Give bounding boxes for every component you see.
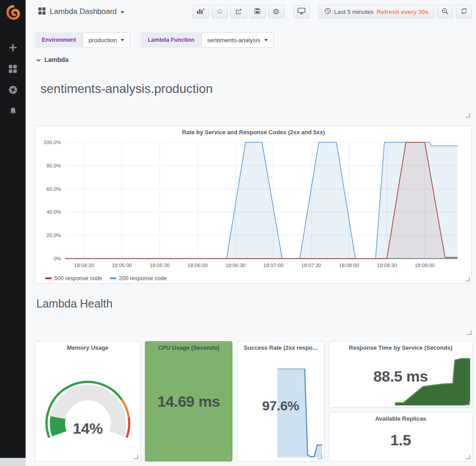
response-time-value: 88.5 ms (329, 368, 472, 385)
panel-title[interactable]: Success Rate (2xx respo... (237, 342, 324, 354)
share-icon (235, 8, 242, 16)
filter-environment-select[interactable]: production (83, 32, 130, 48)
svg-text:20.0%: 20.0% (46, 233, 61, 238)
share-button[interactable] (231, 5, 247, 18)
plus-icon (9, 44, 17, 53)
chevron-down-icon (121, 39, 124, 41)
svg-text:18:06:30: 18:06:30 (225, 263, 245, 268)
dashboards-icon (38, 7, 46, 17)
cycle-view-button[interactable] (293, 5, 310, 18)
success-rate-value: 97.6% (237, 398, 324, 413)
panel-resize-handle[interactable] (226, 455, 230, 459)
add-panel-button[interactable] (192, 5, 209, 18)
dashboards-icon (9, 65, 17, 75)
svg-text:18:06:00: 18:06:00 (188, 263, 208, 268)
settings-button[interactable]: ⚙ (268, 5, 284, 18)
filter-label: Lambda Function (141, 32, 201, 48)
toolbar: ☆ (192, 5, 472, 18)
memory-usage-value: 14% (35, 420, 140, 437)
legend-item[interactable]: 500 response code (45, 275, 102, 281)
panel-memory-usage: Memory Usage 14% (35, 341, 140, 462)
panel-resize-handle[interactable] (134, 455, 138, 459)
sidebar-explore-button[interactable] (0, 86, 26, 95)
main-content: Lambda Dashboard ☆ (26, 0, 476, 466)
panel-function-name-text: sentiments-analysis.production (35, 67, 472, 119)
svg-text:18:04:30: 18:04:30 (74, 263, 94, 268)
svg-text:18:08:00: 18:08:00 (339, 263, 359, 268)
time-range-picker[interactable]: Last 5 minutes Refresh every 30s (319, 5, 434, 18)
star-icon: ☆ (216, 8, 223, 15)
legend-item[interactable]: 200 response code (110, 275, 166, 281)
panel-title[interactable]: Memory Usage (35, 342, 140, 354)
sidebar-create-button[interactable] (0, 44, 26, 53)
panel-rate-by-service: Rate by Service and Response Codes (2xx … (35, 126, 472, 284)
alerting-bell-icon (9, 107, 17, 117)
section-heading-lambda-health: Lambda Health (36, 297, 113, 310)
legend-color-chip (45, 277, 52, 279)
gauge-arc (39, 369, 137, 459)
top-navbar: Lambda Dashboard ☆ (26, 0, 476, 23)
panel-title[interactable]: Available Replicas (329, 413, 472, 425)
chevron-down-icon (36, 56, 41, 64)
row-toggle-lambda[interactable]: Lambda (36, 56, 69, 64)
panel-resize-handle[interactable] (465, 277, 470, 281)
filter-value: production (88, 37, 117, 44)
filter-label: Environment (35, 32, 83, 48)
svg-text:0%: 0% (53, 256, 61, 261)
sidebar-bottom-strip (0, 458, 26, 466)
sidebar-nav (0, 44, 26, 116)
legend-label: 500 response code (54, 275, 102, 281)
filter-environment: Environment production (35, 32, 130, 48)
chart-legend: 500 response code200 response code (35, 273, 472, 283)
template-variables-row: Environment production Lambda Function s… (35, 32, 274, 48)
dashboard-title: Lambda Dashboard (50, 7, 117, 16)
svg-text:18:05:00: 18:05:00 (112, 263, 132, 268)
panel-title[interactable]: Response Time by Service (Seconds) (329, 342, 472, 354)
grafana-logo[interactable] (5, 5, 21, 20)
panel-resize-handle[interactable] (318, 455, 322, 459)
svg-text:18:05:30: 18:05:30 (150, 263, 170, 268)
filter-lambda-function: Lambda Function sentiments-analysis (141, 32, 274, 48)
refresh-button[interactable] (456, 5, 472, 18)
panel-title[interactable]: CPU Usage (Seconds) (145, 342, 232, 354)
dashboard-title-dropdown[interactable]: Lambda Dashboard (38, 7, 124, 17)
sidebar (0, 0, 26, 458)
filter-lambda-function-select[interactable]: sentiments-analysis (201, 32, 274, 48)
svg-text:18:09:00: 18:09:00 (415, 263, 435, 268)
chevron-down-icon (121, 11, 124, 13)
legend-color-chip (110, 277, 116, 279)
svg-text:18:08:30: 18:08:30 (377, 263, 397, 268)
save-icon (254, 8, 261, 16)
panel-cpu-usage: CPU Usage (Seconds) 14.69 ms (145, 341, 232, 462)
panel-title[interactable]: Rate by Service and Response Codes (2xx … (35, 126, 472, 139)
svg-text:40.0%: 40.0% (46, 209, 61, 215)
sidebar-dashboards-button[interactable] (0, 65, 26, 74)
panel-success-rate: Success Rate (2xx respo... 97.6% (237, 341, 324, 462)
cpu-usage-value: 14.69 ms (145, 393, 232, 410)
save-button[interactable] (249, 5, 266, 18)
refresh-icon (461, 8, 467, 16)
clock-icon (324, 8, 331, 16)
add-panel-icon (197, 8, 205, 16)
svg-text:18:07:30: 18:07:30 (301, 263, 321, 268)
panel-resize-handle[interactable] (467, 330, 472, 335)
panel-resize-handle[interactable] (466, 401, 470, 405)
legend-label: 200 response code (119, 275, 166, 281)
panel-resize-handle[interactable] (466, 455, 470, 459)
refresh-interval-label: Refresh every 30s (376, 9, 428, 15)
star-button[interactable]: ☆ (212, 5, 228, 18)
time-range-label: Last 5 minutes (334, 9, 374, 15)
panel-available-replicas: Available Replicas 1.5 (329, 412, 472, 462)
panel-resize-handle[interactable] (466, 113, 470, 118)
rate-chart-plot[interactable]: 18:04:3018:05:0018:05:3018:06:0018:06:30… (35, 139, 472, 273)
chevron-down-icon (264, 39, 268, 41)
explore-compass-icon (9, 85, 17, 96)
settings-gear-icon: ⚙ (273, 8, 279, 16)
function-name-text: sentiments-analysis.production (40, 82, 213, 96)
memory-gauge: 14% (35, 354, 140, 462)
cycle-view-monitor-icon (297, 8, 306, 16)
available-replicas-value: 1.5 (329, 431, 472, 449)
row-title: Lambda (44, 56, 69, 63)
zoom-out-button[interactable] (437, 5, 453, 18)
sidebar-alerting-button[interactable] (0, 107, 26, 116)
